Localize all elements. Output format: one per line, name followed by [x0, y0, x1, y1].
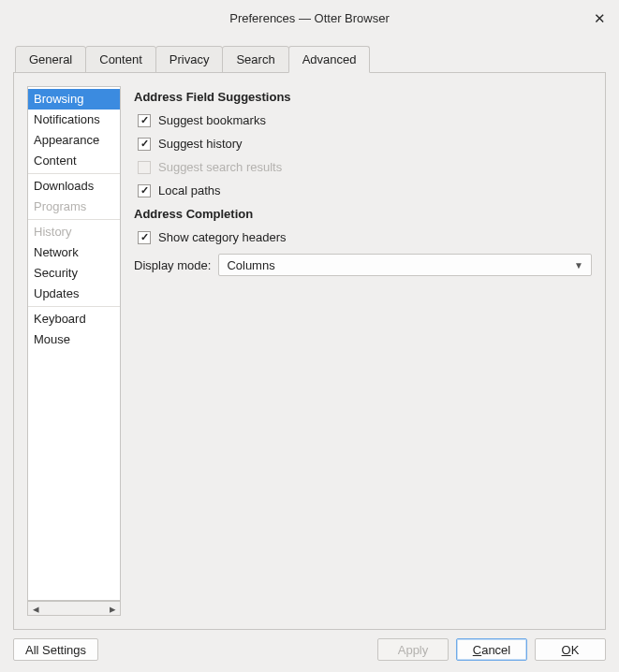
tabstrip: General Content Privacy Search Advanced — [15, 45, 606, 72]
close-icon: ✕ — [594, 11, 606, 25]
apply-button: Apply — [377, 638, 449, 661]
sidebar-item-network[interactable]: Network — [28, 242, 120, 263]
checkbox-row: Suggest search results — [138, 160, 592, 174]
scroll-left-icon[interactable]: ◂ — [30, 603, 41, 614]
sidebar[interactable]: Browsing Notifications Appearance Conten… — [27, 86, 121, 601]
sidebar-item-history: History — [28, 222, 120, 242]
checkbox-label[interactable]: Suggest history — [158, 137, 243, 151]
checkbox-label[interactable]: Show category headers — [158, 230, 287, 244]
checkbox-label[interactable]: Local paths — [158, 183, 221, 197]
sidebar-item-updates[interactable]: Updates — [28, 284, 120, 304]
tab-general[interactable]: General — [15, 46, 86, 73]
sidebar-item-browsing[interactable]: Browsing — [28, 89, 120, 110]
checkbox-suggest-search-results — [138, 161, 151, 174]
sidebar-item-downloads[interactable]: Downloads — [28, 176, 120, 197]
checkbox-suggest-history[interactable] — [138, 138, 151, 151]
all-settings-button[interactable]: All Settings — [13, 638, 98, 661]
field-row-display-mode: Display mode: Columns ▼ — [134, 254, 592, 276]
sidebar-item-notifications[interactable]: Notifications — [28, 110, 120, 130]
sidebar-wrap: Browsing Notifications Appearance Conten… — [27, 86, 121, 616]
sidebar-item-keyboard[interactable]: Keyboard — [28, 309, 120, 329]
checkbox-row: Suggest bookmarks — [138, 113, 592, 127]
checkbox-local-paths[interactable] — [138, 184, 151, 197]
bottom-bar: All Settings Apply Cancel OK — [0, 627, 619, 672]
sidebar-item-security[interactable]: Security — [28, 263, 120, 284]
tab-panel-advanced: Browsing Notifications Appearance Conten… — [13, 72, 606, 630]
scroll-right-icon[interactable]: ▸ — [107, 603, 118, 614]
checkbox-row: Suggest history — [138, 137, 592, 151]
titlebar: Preferences — Otter Browser ✕ — [0, 0, 619, 36]
checkbox-row: Local paths — [138, 183, 592, 197]
checkbox-show-category-headers[interactable] — [138, 231, 151, 244]
button-text: Cancel — [473, 643, 510, 657]
sidebar-group: Keyboard Mouse — [28, 307, 120, 352]
sidebar-group: Browsing Notifications Appearance Conten… — [28, 87, 120, 174]
checkbox-label: Suggest search results — [158, 160, 282, 174]
checkbox-row: Show category headers — [138, 230, 592, 244]
sidebar-item-mouse[interactable]: Mouse — [28, 329, 120, 350]
window-title: Preferences — Otter Browser — [229, 11, 390, 25]
sidebar-group: History Network Security Updates — [28, 220, 120, 307]
checkbox-suggest-bookmarks[interactable] — [138, 114, 151, 127]
sidebar-horizontal-scrollbar[interactable]: ◂ ▸ — [27, 601, 121, 616]
sidebar-item-programs: Programs — [28, 197, 120, 217]
cancel-button[interactable]: Cancel — [456, 638, 527, 661]
field-label-display-mode: Display mode: — [134, 258, 211, 272]
tab-privacy[interactable]: Privacy — [155, 46, 224, 73]
chevron-down-icon: ▼ — [574, 260, 583, 270]
tab-search[interactable]: Search — [222, 46, 288, 73]
sidebar-item-content[interactable]: Content — [28, 151, 120, 171]
select-display-mode[interactable]: Columns ▼ — [218, 254, 592, 276]
ok-button[interactable]: OK — [535, 638, 606, 661]
sidebar-group: Downloads Programs — [28, 174, 120, 220]
close-button[interactable]: ✕ — [591, 9, 608, 26]
sidebar-item-appearance[interactable]: Appearance — [28, 130, 120, 151]
panel-inner: Browsing Notifications Appearance Conten… — [14, 73, 605, 629]
select-value: Columns — [227, 258, 274, 272]
main-settings: Address Field Suggestions Suggest bookma… — [134, 86, 592, 616]
button-text: OK — [562, 643, 580, 657]
tab-content[interactable]: Content — [85, 46, 156, 73]
section-heading-address-completion: Address Completion — [134, 207, 592, 221]
content-area: General Content Privacy Search Advanced … — [0, 36, 619, 630]
checkbox-label[interactable]: Suggest bookmarks — [158, 113, 266, 127]
tab-advanced[interactable]: Advanced — [288, 46, 371, 73]
section-heading-address-suggestions: Address Field Suggestions — [134, 90, 592, 104]
